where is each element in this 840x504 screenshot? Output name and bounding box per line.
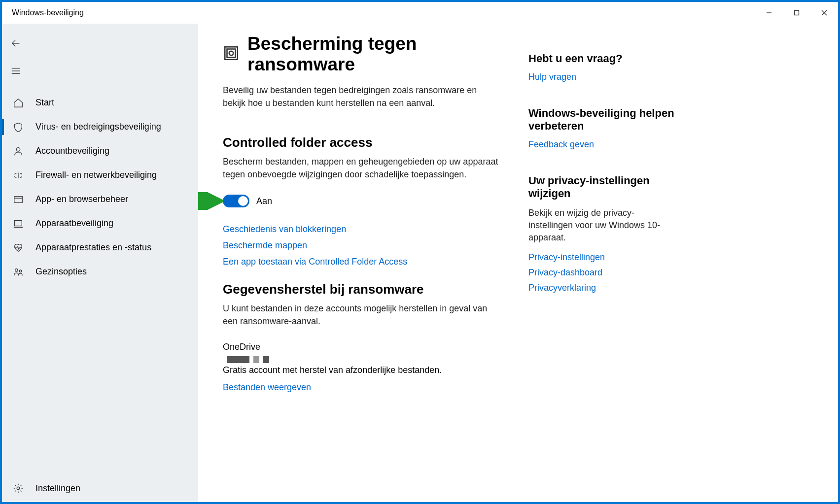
- aside-help: Hebt u een vraag? Hulp vragen: [528, 52, 676, 82]
- aside: Hebt u een vraag? Hulp vragen Windows-be…: [528, 34, 676, 502]
- window-title: Windows-beveiliging: [12, 8, 84, 17]
- link-allow-app[interactable]: Een app toestaan via Controlled Folder A…: [223, 257, 499, 267]
- home-icon: [13, 98, 24, 108]
- svg-rect-11: [15, 220, 22, 226]
- shield-icon: [13, 122, 24, 133]
- network-icon: [13, 170, 24, 181]
- nav-label: Accountbeveiliging: [35, 146, 109, 156]
- nav-item-firewall[interactable]: Firewall- en netwerkbeveiliging: [2, 163, 198, 187]
- nav-label: Start: [35, 98, 54, 108]
- nav-item-account[interactable]: Accountbeveiliging: [2, 139, 198, 163]
- nav-item-settings[interactable]: Instellingen: [2, 474, 198, 502]
- svg-point-14: [19, 269, 22, 272]
- nav-label: Apparaatprestaties en -status: [35, 242, 151, 253]
- aside-improve-heading: Windows-beveiliging helpen verbeteren: [528, 107, 676, 133]
- link-privacy-dashboard[interactable]: Privacy-dashboard: [528, 268, 676, 278]
- svg-rect-1: [795, 11, 799, 15]
- link-get-help[interactable]: Hulp vragen: [528, 72, 676, 82]
- family-icon: [13, 267, 24, 277]
- person-icon: [13, 146, 24, 157]
- content: Bescherming tegen ransomware Beveilig uw…: [223, 34, 499, 502]
- app-window: Windows-beveiliging: [2, 2, 838, 502]
- sidebar: Start Virus- en bedreigingsbeveiliging A…: [2, 24, 198, 502]
- svg-rect-17: [227, 49, 236, 58]
- aside-privacy-heading: Uw privacy-instellingen wijzigen: [528, 174, 676, 200]
- heart-icon: [13, 242, 24, 253]
- sidebar-top: [2, 24, 198, 85]
- onedrive-label: OneDrive: [223, 342, 499, 352]
- aside-privacy-description: Bekijk en wijzig de privacy-instellingen…: [528, 207, 676, 244]
- page-header: Bescherming tegen ransomware: [223, 34, 499, 75]
- nav: Start Virus- en bedreigingsbeveiliging A…: [2, 91, 198, 474]
- back-button[interactable]: [2, 30, 30, 57]
- section-controlled-folder-access: Controlled folder access Bescherm bestan…: [223, 135, 499, 267]
- main: Bescherming tegen ransomware Beveilig uw…: [198, 24, 838, 502]
- nav-item-family[interactable]: Gezinsopties: [2, 260, 198, 284]
- recovery-description: U kunt bestanden in deze accounts mogeli…: [223, 302, 499, 328]
- window-controls: [755, 2, 838, 24]
- svg-point-13: [15, 269, 18, 271]
- svg-point-15: [17, 487, 20, 490]
- maximize-button[interactable]: [783, 2, 810, 24]
- nav-item-device-security[interactable]: Apparaatbeveiliging: [2, 211, 198, 235]
- nav-item-performance[interactable]: Apparaatprestaties en -status: [2, 235, 198, 260]
- ransomware-icon: [223, 45, 240, 64]
- page-description: Beveilig uw bestanden tegen bedreigingen…: [223, 84, 499, 109]
- nav-item-app-browser[interactable]: App- en browserbeheer: [2, 187, 198, 211]
- cfa-description: Bescherm bestanden, mappen en geheugenge…: [223, 155, 499, 181]
- cfa-links: Geschiedenis van blokkeringen Beschermde…: [223, 224, 499, 267]
- onedrive-description: Gratis account met herstel van afzonderl…: [223, 365, 499, 375]
- cfa-toggle-state: Aan: [256, 196, 272, 206]
- hamburger-button[interactable]: [2, 57, 30, 85]
- nav-label: App- en browserbeheer: [35, 194, 128, 204]
- nav-item-virus-threat[interactable]: Virus- en bedreigingsbeveiliging: [2, 115, 198, 139]
- onedrive-account-redacted: [227, 356, 499, 363]
- device-icon: [13, 218, 24, 229]
- svg-point-8: [16, 147, 20, 151]
- link-feedback[interactable]: Feedback geven: [528, 139, 676, 150]
- titlebar: Windows-beveiliging: [2, 2, 838, 24]
- nav-label: Instellingen: [35, 483, 80, 494]
- page-title: Bescherming tegen ransomware: [247, 34, 499, 75]
- close-button[interactable]: [810, 2, 838, 24]
- link-block-history[interactable]: Geschiedenis van blokkeringen: [223, 224, 499, 235]
- nav-label: Firewall- en netwerkbeveiliging: [35, 170, 157, 180]
- cfa-toggle[interactable]: [223, 195, 249, 207]
- nav-label: Apparaatbeveiliging: [35, 218, 113, 229]
- aside-help-heading: Hebt u een vraag?: [528, 52, 676, 65]
- nav-label: Gezinsopties: [35, 267, 87, 277]
- browser-icon: [13, 194, 24, 205]
- link-view-files[interactable]: Bestanden weergeven: [223, 382, 311, 392]
- section-ransomware-recovery: Gegevensherstel bij ransomware U kunt be…: [223, 282, 499, 392]
- svg-point-18: [229, 51, 234, 56]
- minimize-button[interactable]: [755, 2, 783, 24]
- nav-label: Virus- en bedreigingsbeveiliging: [35, 122, 161, 132]
- link-protected-folders[interactable]: Beschermde mappen: [223, 240, 499, 251]
- recovery-heading: Gegevensherstel bij ransomware: [223, 282, 499, 297]
- gear-icon: [13, 483, 24, 494]
- aside-privacy: Uw privacy-instellingen wijzigen Bekijk …: [528, 174, 676, 293]
- cfa-heading: Controlled folder access: [223, 135, 499, 150]
- svg-rect-9: [14, 196, 23, 202]
- nav-item-home[interactable]: Start: [2, 91, 198, 115]
- app-body: Start Virus- en bedreigingsbeveiliging A…: [2, 24, 838, 502]
- sidebar-bottom: Instellingen: [2, 474, 198, 502]
- aside-improve: Windows-beveiliging helpen verbeteren Fe…: [528, 107, 676, 150]
- link-privacy-statement[interactable]: Privacyverklaring: [528, 283, 676, 293]
- cfa-toggle-row: Aan: [223, 195, 499, 207]
- link-privacy-settings[interactable]: Privacy-instellingen: [528, 252, 676, 263]
- annotation-arrow-icon: [198, 192, 223, 210]
